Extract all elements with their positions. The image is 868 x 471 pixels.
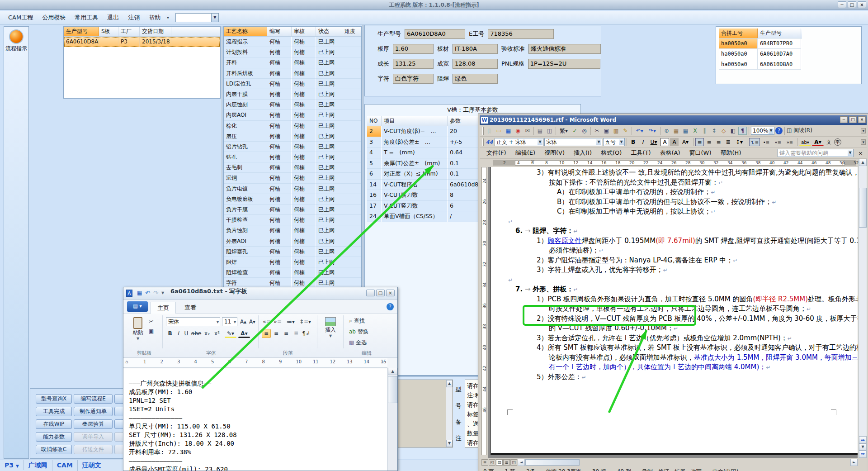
process-row[interactable]: 负电镀磨板何楠何楠已上网	[224, 194, 361, 205]
help-dropdown-arrow-icon[interactable]: ▾	[167, 15, 169, 20]
align-left-button[interactable]: ≡	[262, 329, 271, 338]
word-menu-3[interactable]: 插入(I)	[570, 147, 596, 158]
read-mode-button[interactable]: ◫ 阅读(R)	[787, 127, 812, 134]
font-size-combo[interactable]: 11	[222, 317, 237, 326]
process-row[interactable]: 流程指示何楠何楠已上网	[224, 37, 361, 47]
action-button-叠层验算[interactable]: 叠层验算	[74, 419, 113, 429]
zoom-combo[interactable]: 100%▼	[751, 127, 774, 135]
next-page-icon[interactable]: ▾▾	[859, 451, 867, 458]
word-menu-5[interactable]: 工具(T)	[627, 147, 655, 158]
process-row[interactable]: 阻焊塞孔何楠何楠已上网	[224, 247, 361, 257]
cut-icon[interactable]: ✂	[593, 127, 601, 135]
ruler-margin-marker[interactable]: ◃	[381, 359, 383, 364]
new-doc-icon[interactable]: ▯	[485, 127, 494, 135]
permission-icon[interactable]: ◉	[514, 127, 522, 135]
menu-item-1[interactable]: 公用模块	[38, 12, 70, 24]
decrease-indent-button[interactable]: «≡	[773, 138, 783, 146]
process-row[interactable]: 阻焊何楠何楠已上网	[224, 257, 361, 267]
save-icon[interactable]: ▦	[137, 290, 142, 296]
column-header[interactable]: 编写	[267, 27, 292, 36]
underline-button[interactable]: U▾	[648, 138, 660, 146]
process-row[interactable]: 负片干膜何楠何楠已上网	[224, 205, 361, 215]
field-value-成宽[interactable]: 128.08	[453, 59, 498, 69]
process-row[interactable]: 外层AOI何楠何楠已上网	[224, 236, 361, 247]
cut-icon[interactable]: ✂	[149, 318, 154, 325]
align-center-button[interactable]: ≡	[272, 329, 281, 338]
toolbar-overflow-icon[interactable]: ▾	[861, 139, 866, 145]
insert-excel-icon[interactable]: X	[691, 127, 699, 135]
style-combo[interactable]: 正文 + 宋体▼	[495, 138, 543, 146]
insert-table-icon[interactable]: ▦	[681, 127, 690, 135]
numbering-button[interactable]: ⒈≡	[749, 138, 760, 146]
list-button[interactable]: ≔▾	[284, 317, 297, 326]
maximize-button[interactable]: □	[849, 116, 857, 123]
column-header[interactable]: S板	[99, 27, 118, 36]
italic-button[interactable]: I	[174, 329, 182, 338]
help-icon[interactable]: ?	[775, 127, 783, 134]
char-scale-icon[interactable]: A▾	[679, 138, 691, 146]
column-header[interactable]: 项目	[382, 116, 448, 126]
process-row[interactable]: 负片蚀刻何楠何楠已上网	[224, 225, 361, 236]
research-icon[interactable]: ◎	[580, 127, 589, 135]
replace-button[interactable]: ab 替换	[349, 327, 380, 336]
web-view-icon[interactable]: ◱	[489, 459, 495, 466]
outline-view-icon[interactable]: ≣	[503, 459, 510, 466]
process-row[interactable]: 开料何楠何楠已上网	[224, 57, 361, 68]
field-value-生产型号[interactable]: 6A0610D8A0	[405, 29, 465, 39]
quick-access-dropdown-icon[interactable]: ▼	[161, 291, 164, 295]
word-vertical-scrollbar[interactable]: ▲ ▴▴ ▼ ▾▾	[859, 159, 867, 458]
enclose-characters-icon[interactable]: 字	[834, 138, 841, 146]
sort-icon[interactable]: ↕	[710, 127, 718, 135]
scroll-down-icon[interactable]: ▼	[859, 443, 867, 451]
merge-row[interactable]: ha0050a06A0610D8A0	[719, 59, 802, 70]
minimize-button[interactable]: ─	[366, 290, 375, 296]
previous-page-icon[interactable]: ▴▴	[859, 436, 867, 443]
ruler-indent-marker[interactable]: ⌂	[125, 359, 128, 364]
word-page[interactable]: 3）有时说明文件跟上述协议不一 致,且发现所给的光绘文件中过孔均有阻焊开窗,为避…	[491, 167, 858, 455]
open-icon[interactable]: ▭	[495, 127, 503, 135]
process-row[interactable]: 阻焊检查何楠何楠已上网	[224, 267, 361, 278]
redo-icon[interactable]: ↷▾	[646, 127, 658, 135]
field-value-验收标准[interactable]: 烽火通信标准	[528, 44, 601, 54]
scroll-left-icon[interactable]: ◄	[518, 459, 525, 466]
char-shading-icon[interactable]: A	[670, 138, 679, 146]
first-line-indent-marker[interactable]: ▽	[531, 159, 534, 164]
tab-view[interactable]: 查看	[178, 302, 203, 314]
font-color-button[interactable]: A▾	[812, 138, 824, 146]
align-right-button[interactable]: ≡	[714, 138, 723, 146]
field-value-字符[interactable]: 白色字符	[393, 74, 434, 84]
maximize-button[interactable]: □	[376, 290, 385, 296]
table-row[interactable]: 6A0610D8A0P32015/3/18	[64, 37, 220, 47]
process-row[interactable]: 干膜检查何楠何楠已上网	[224, 215, 361, 225]
menu-close-icon[interactable]: ×	[854, 150, 867, 157]
document-map-icon[interactable]: ◧	[729, 127, 737, 135]
scroll-up-icon[interactable]: ▲	[859, 159, 867, 166]
menu-item-3[interactable]: 退出	[103, 12, 123, 24]
column-header[interactable]: 工艺名称	[224, 27, 267, 36]
italic-button[interactable]: I	[638, 138, 647, 146]
undo-icon[interactable]: ↶▾	[634, 127, 646, 135]
column-header[interactable]: 难度	[342, 27, 361, 36]
field-value-E工号[interactable]: 718356	[488, 29, 554, 39]
h-scroll-thumb[interactable]	[525, 459, 580, 466]
field-value-阻焊[interactable]: 绿色	[453, 74, 498, 84]
chevron-down-icon[interactable]: ▼	[211, 14, 218, 22]
email-icon[interactable]: ✉	[523, 127, 532, 135]
close-button[interactable]: ×	[386, 290, 395, 296]
spelling-icon[interactable]: ✓	[571, 127, 579, 135]
status-tab-2[interactable]: 汪朝文	[78, 460, 106, 471]
model-remarks-textarea[interactable]: ▲ ▼	[394, 380, 453, 447]
line-spacing-button[interactable]: ↕▾	[733, 138, 745, 146]
shrink-font-button[interactable]: A▾	[248, 317, 256, 326]
grow-font-button[interactable]: A▴	[239, 317, 247, 326]
process-row[interactable]: 层压何楠何楠已上网	[224, 131, 361, 142]
column-header[interactable]: 交货日期	[140, 27, 171, 36]
action-button-型号查询X[interactable]: 型号查询X	[36, 394, 72, 404]
process-row[interactable]: 棕化何楠何楠已上网	[224, 121, 361, 131]
action-button-在线WIP[interactable]: 在线WIP	[36, 419, 72, 429]
reading-view-icon[interactable]: ◫	[510, 459, 517, 466]
superscript-button[interactable]: x²	[212, 329, 222, 338]
increase-indent-button[interactable]: »≡	[273, 317, 283, 326]
process-row[interactable]: 去毛刺何楠何楠已上网	[224, 162, 361, 173]
paste-icon[interactable]: ▥	[612, 127, 620, 135]
